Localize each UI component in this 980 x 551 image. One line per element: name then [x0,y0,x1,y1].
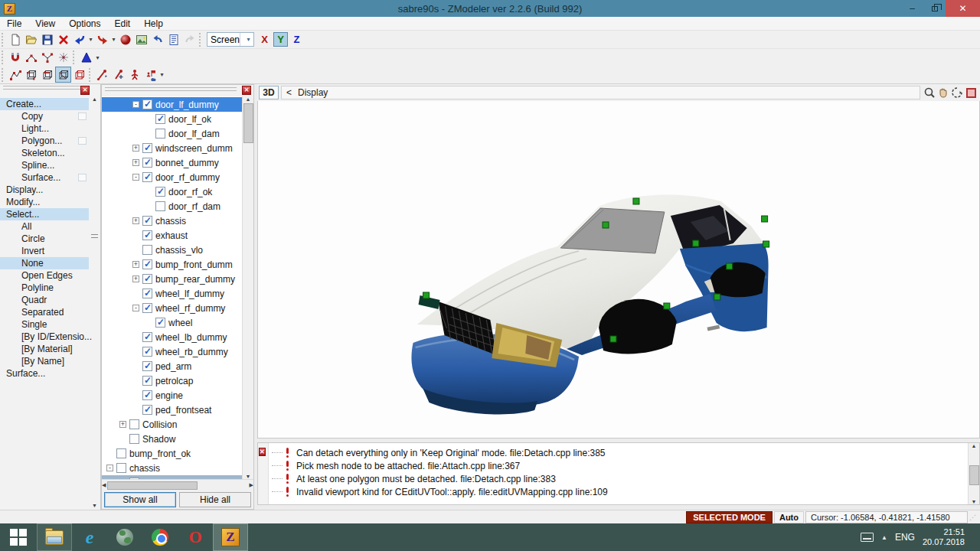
visibility-checkbox[interactable] [142,405,152,415]
edge-level-icon[interactable] [39,67,55,83]
polyline-mode-icon[interactable] [7,67,23,83]
command-item[interactable]: Separated [0,306,89,318]
skin-tool-icon[interactable] [110,67,126,83]
weld-vertices-icon[interactable] [23,50,39,66]
expander-icon[interactable]: + [132,276,139,282]
visibility-checkbox[interactable] [142,158,152,168]
scroll-down-icon[interactable]: ▼ [246,474,251,479]
expander-icon[interactable]: + [132,217,139,224]
hide-all-button[interactable]: Hide all [179,492,251,507]
log-entry[interactable]: Can detach everything only in 'Keep Orig… [272,446,968,459]
command-item[interactable]: Create... [0,98,89,110]
taskbar-zmodeler[interactable]: Z [213,523,248,551]
visibility-checkbox[interactable] [142,216,152,226]
visibility-checkbox[interactable] [142,289,152,298]
visibility-checkbox[interactable] [155,114,165,124]
create-primitive-icon[interactable] [78,50,94,66]
taskbar-file-explorer[interactable] [37,523,72,551]
commands-scrollbar[interactable]: ▲ ▼ [90,96,100,508]
visibility-checkbox[interactable] [155,187,165,197]
command-item[interactable]: Circle [0,233,89,245]
command-option-box[interactable] [78,174,87,181]
break-vertices-icon[interactable] [39,50,55,66]
tree-item[interactable]: engine [102,388,242,403]
visibility-checkbox[interactable] [142,376,152,386]
visibility-checkbox[interactable] [142,303,152,313]
command-option-box[interactable] [78,137,87,145]
scroll-thumb[interactable] [969,465,979,485]
import-dropdown-icon[interactable]: ▾ [87,36,94,43]
command-item[interactable]: None [0,257,89,269]
expander-icon[interactable]: + [132,145,139,152]
command-item[interactable]: Surface... [0,367,89,380]
toolbar-grip[interactable] [2,33,5,47]
visibility-checkbox[interactable] [155,318,165,328]
command-item[interactable]: Single [0,318,89,331]
command-item[interactable]: Surface... [0,171,89,184]
save-file-icon[interactable] [39,31,55,47]
visibility-checkbox[interactable] [142,390,152,400]
animation-icon[interactable] [142,67,158,83]
log-scrollbar[interactable]: ▲ ▼ [968,443,979,504]
tree-item[interactable]: chassis_vlo [102,243,242,257]
command-item[interactable]: Spline... [0,159,89,171]
texture-browser-icon[interactable] [133,31,149,47]
bone-tool-icon[interactable] [94,67,110,83]
menu-item[interactable]: File [0,18,28,30]
touch-keyboard-icon[interactable] [861,533,874,542]
material-editor-icon[interactable] [117,31,133,47]
open-file-icon[interactable] [23,31,39,47]
expander-icon[interactable]: - [132,305,139,311]
log-window-icon[interactable] [165,31,181,47]
visibility-checkbox[interactable] [116,448,126,458]
visibility-checkbox[interactable] [129,434,139,444]
visibility-checkbox[interactable] [129,478,139,479]
tree-item[interactable]: door_lf_ok [102,112,242,126]
taskbar-opera[interactable]: O [178,523,213,551]
scroll-up-icon[interactable]: ▲ [92,96,97,102]
tray-expand-icon[interactable]: ▲ [881,534,887,541]
panel-grip[interactable] [3,86,84,90]
auto-mode-indicator[interactable]: Auto [774,511,804,523]
scroll-down-icon[interactable]: ▼ [972,499,977,504]
tree-item[interactable]: + chassis [102,214,242,228]
visibility-checkbox[interactable] [155,201,165,211]
command-item[interactable]: Quadr [0,294,89,306]
expander-icon[interactable]: + [132,261,139,268]
undo-icon[interactable] [149,31,165,47]
scroll-thumb[interactable] [107,481,198,490]
taskbar-chrome[interactable] [142,523,178,551]
screen-space-combo[interactable]: Screen ▾ [207,32,254,47]
visibility-checkbox[interactable] [129,419,139,429]
tree-item[interactable]: door_lf_dam [102,126,242,141]
object-level-icon[interactable] [71,67,87,83]
toolbar-grip[interactable] [199,33,203,47]
tree-item[interactable]: - wheel_rf_dummy [102,301,242,315]
taskbar-globe-browser[interactable] [107,523,142,551]
viewport-canvas[interactable] [257,101,980,439]
tree-item[interactable]: - door_lf_dummy [102,97,242,112]
tree-vertical-scrollbar[interactable]: ▲ ▼ [242,96,253,479]
tree-item[interactable]: wheel_lf_dummy [102,286,242,301]
command-item[interactable]: Open Edges [0,269,89,282]
expander-icon[interactable]: - [132,101,139,108]
vertex-level-icon[interactable] [23,67,39,83]
viewport-nav-bar[interactable]: < Display [281,86,920,99]
tree-horizontal-scrollbar[interactable]: ◀ ▶ [102,479,253,491]
export-icon[interactable] [94,31,110,47]
visibility-checkbox[interactable] [142,245,152,255]
scroll-grip[interactable] [91,234,98,238]
command-item[interactable]: Display... [0,184,89,196]
tree-item[interactable]: - door_rf_dummy [102,170,242,184]
scroll-right-icon[interactable]: ▶ [250,482,253,488]
tree-close-icon[interactable]: ✕ [242,86,251,95]
tree-item[interactable]: + Collision [102,417,242,432]
import-icon[interactable] [71,31,87,47]
command-item[interactable]: [By Material] [0,343,89,355]
visibility-checkbox[interactable] [142,332,152,342]
minimize-button[interactable]: – [901,0,923,17]
tree-item[interactable]: ped_frontseat [102,403,242,417]
visibility-checkbox[interactable] [142,259,152,269]
command-item[interactable]: Polyline [0,282,89,294]
resize-grip[interactable]: ⋰ [969,512,980,523]
